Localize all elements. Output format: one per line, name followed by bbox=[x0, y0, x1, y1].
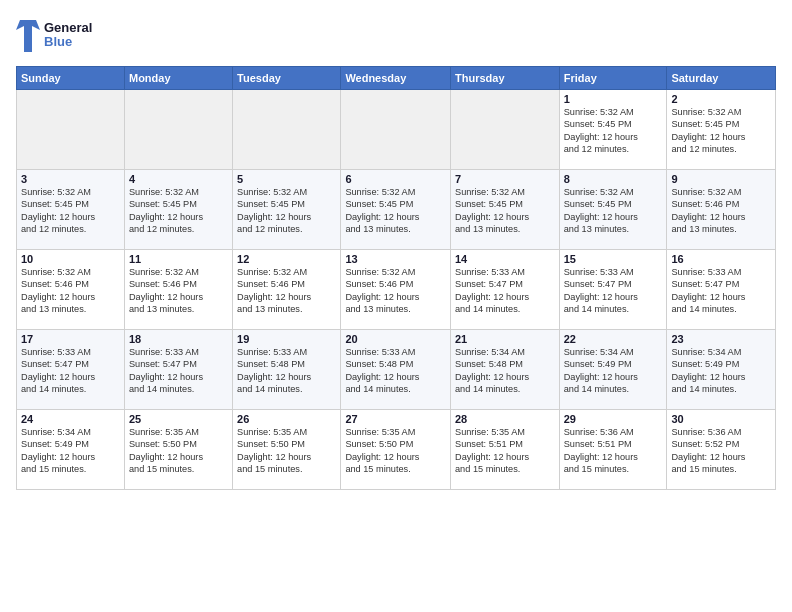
day-info: Sunrise: 5:32 AM Sunset: 5:45 PM Dayligh… bbox=[455, 186, 555, 236]
day-info: Sunrise: 5:35 AM Sunset: 5:50 PM Dayligh… bbox=[237, 426, 336, 476]
day-number: 10 bbox=[21, 253, 120, 265]
calendar-week-row: 1Sunrise: 5:32 AM Sunset: 5:45 PM Daylig… bbox=[17, 90, 776, 170]
calendar-week-row: 10Sunrise: 5:32 AM Sunset: 5:46 PM Dayli… bbox=[17, 250, 776, 330]
day-number: 17 bbox=[21, 333, 120, 345]
day-info: Sunrise: 5:32 AM Sunset: 5:45 PM Dayligh… bbox=[345, 186, 446, 236]
day-number: 1 bbox=[564, 93, 663, 105]
calendar-cell: 30Sunrise: 5:36 AM Sunset: 5:52 PM Dayli… bbox=[667, 410, 776, 490]
calendar-cell: 28Sunrise: 5:35 AM Sunset: 5:51 PM Dayli… bbox=[451, 410, 560, 490]
calendar-cell: 2Sunrise: 5:32 AM Sunset: 5:45 PM Daylig… bbox=[667, 90, 776, 170]
day-number: 15 bbox=[564, 253, 663, 265]
day-number: 5 bbox=[237, 173, 336, 185]
day-info: Sunrise: 5:34 AM Sunset: 5:48 PM Dayligh… bbox=[455, 346, 555, 396]
calendar-cell: 6Sunrise: 5:32 AM Sunset: 5:45 PM Daylig… bbox=[341, 170, 451, 250]
day-number: 27 bbox=[345, 413, 446, 425]
day-info: Sunrise: 5:32 AM Sunset: 5:45 PM Dayligh… bbox=[129, 186, 228, 236]
day-info: Sunrise: 5:32 AM Sunset: 5:46 PM Dayligh… bbox=[237, 266, 336, 316]
day-info: Sunrise: 5:32 AM Sunset: 5:45 PM Dayligh… bbox=[237, 186, 336, 236]
day-number: 3 bbox=[21, 173, 120, 185]
day-info: Sunrise: 5:33 AM Sunset: 5:47 PM Dayligh… bbox=[129, 346, 228, 396]
calendar-cell: 21Sunrise: 5:34 AM Sunset: 5:48 PM Dayli… bbox=[451, 330, 560, 410]
day-info: Sunrise: 5:32 AM Sunset: 5:45 PM Dayligh… bbox=[671, 106, 771, 156]
calendar-cell: 22Sunrise: 5:34 AM Sunset: 5:49 PM Dayli… bbox=[559, 330, 667, 410]
day-info: Sunrise: 5:36 AM Sunset: 5:52 PM Dayligh… bbox=[671, 426, 771, 476]
calendar-cell: 12Sunrise: 5:32 AM Sunset: 5:46 PM Dayli… bbox=[233, 250, 341, 330]
day-number: 22 bbox=[564, 333, 663, 345]
day-number: 19 bbox=[237, 333, 336, 345]
calendar-cell: 9Sunrise: 5:32 AM Sunset: 5:46 PM Daylig… bbox=[667, 170, 776, 250]
day-header: Tuesday bbox=[233, 67, 341, 90]
page: General Blue SundayMondayTuesdayWednesda… bbox=[0, 0, 792, 612]
header: General Blue bbox=[16, 16, 776, 56]
calendar-cell bbox=[124, 90, 232, 170]
day-number: 9 bbox=[671, 173, 771, 185]
day-info: Sunrise: 5:35 AM Sunset: 5:50 PM Dayligh… bbox=[129, 426, 228, 476]
day-info: Sunrise: 5:32 AM Sunset: 5:46 PM Dayligh… bbox=[21, 266, 120, 316]
calendar-cell: 19Sunrise: 5:33 AM Sunset: 5:48 PM Dayli… bbox=[233, 330, 341, 410]
day-number: 18 bbox=[129, 333, 228, 345]
day-number: 11 bbox=[129, 253, 228, 265]
day-info: Sunrise: 5:32 AM Sunset: 5:45 PM Dayligh… bbox=[21, 186, 120, 236]
day-info: Sunrise: 5:32 AM Sunset: 5:45 PM Dayligh… bbox=[564, 186, 663, 236]
day-number: 6 bbox=[345, 173, 446, 185]
day-number: 30 bbox=[671, 413, 771, 425]
day-number: 26 bbox=[237, 413, 336, 425]
day-number: 23 bbox=[671, 333, 771, 345]
day-number: 21 bbox=[455, 333, 555, 345]
day-header: Monday bbox=[124, 67, 232, 90]
day-info: Sunrise: 5:35 AM Sunset: 5:50 PM Dayligh… bbox=[345, 426, 446, 476]
day-header: Sunday bbox=[17, 67, 125, 90]
calendar-cell: 13Sunrise: 5:32 AM Sunset: 5:46 PM Dayli… bbox=[341, 250, 451, 330]
day-number: 8 bbox=[564, 173, 663, 185]
calendar-cell: 27Sunrise: 5:35 AM Sunset: 5:50 PM Dayli… bbox=[341, 410, 451, 490]
day-info: Sunrise: 5:33 AM Sunset: 5:48 PM Dayligh… bbox=[345, 346, 446, 396]
svg-text:General: General bbox=[44, 20, 92, 35]
calendar-cell: 15Sunrise: 5:33 AM Sunset: 5:47 PM Dayli… bbox=[559, 250, 667, 330]
day-info: Sunrise: 5:33 AM Sunset: 5:47 PM Dayligh… bbox=[455, 266, 555, 316]
day-info: Sunrise: 5:33 AM Sunset: 5:47 PM Dayligh… bbox=[21, 346, 120, 396]
calendar-cell: 26Sunrise: 5:35 AM Sunset: 5:50 PM Dayli… bbox=[233, 410, 341, 490]
calendar-cell bbox=[341, 90, 451, 170]
calendar-cell: 16Sunrise: 5:33 AM Sunset: 5:47 PM Dayli… bbox=[667, 250, 776, 330]
day-header: Thursday bbox=[451, 67, 560, 90]
day-info: Sunrise: 5:34 AM Sunset: 5:49 PM Dayligh… bbox=[671, 346, 771, 396]
day-number: 20 bbox=[345, 333, 446, 345]
calendar-cell bbox=[451, 90, 560, 170]
day-info: Sunrise: 5:32 AM Sunset: 5:46 PM Dayligh… bbox=[671, 186, 771, 236]
logo: General Blue bbox=[16, 16, 106, 56]
day-header: Wednesday bbox=[341, 67, 451, 90]
calendar-cell: 20Sunrise: 5:33 AM Sunset: 5:48 PM Dayli… bbox=[341, 330, 451, 410]
calendar-week-row: 24Sunrise: 5:34 AM Sunset: 5:49 PM Dayli… bbox=[17, 410, 776, 490]
calendar-cell: 7Sunrise: 5:32 AM Sunset: 5:45 PM Daylig… bbox=[451, 170, 560, 250]
calendar-cell: 5Sunrise: 5:32 AM Sunset: 5:45 PM Daylig… bbox=[233, 170, 341, 250]
calendar-cell: 23Sunrise: 5:34 AM Sunset: 5:49 PM Dayli… bbox=[667, 330, 776, 410]
day-info: Sunrise: 5:33 AM Sunset: 5:47 PM Dayligh… bbox=[671, 266, 771, 316]
day-number: 29 bbox=[564, 413, 663, 425]
day-info: Sunrise: 5:33 AM Sunset: 5:48 PM Dayligh… bbox=[237, 346, 336, 396]
day-info: Sunrise: 5:35 AM Sunset: 5:51 PM Dayligh… bbox=[455, 426, 555, 476]
calendar-cell: 29Sunrise: 5:36 AM Sunset: 5:51 PM Dayli… bbox=[559, 410, 667, 490]
calendar-cell: 14Sunrise: 5:33 AM Sunset: 5:47 PM Dayli… bbox=[451, 250, 560, 330]
calendar-header-row: SundayMondayTuesdayWednesdayThursdayFrid… bbox=[17, 67, 776, 90]
calendar-cell: 3Sunrise: 5:32 AM Sunset: 5:45 PM Daylig… bbox=[17, 170, 125, 250]
logo-svg: General Blue bbox=[16, 16, 106, 56]
day-number: 25 bbox=[129, 413, 228, 425]
day-number: 14 bbox=[455, 253, 555, 265]
day-info: Sunrise: 5:33 AM Sunset: 5:47 PM Dayligh… bbox=[564, 266, 663, 316]
day-info: Sunrise: 5:34 AM Sunset: 5:49 PM Dayligh… bbox=[21, 426, 120, 476]
calendar-cell bbox=[17, 90, 125, 170]
day-info: Sunrise: 5:36 AM Sunset: 5:51 PM Dayligh… bbox=[564, 426, 663, 476]
day-header: Saturday bbox=[667, 67, 776, 90]
day-info: Sunrise: 5:32 AM Sunset: 5:46 PM Dayligh… bbox=[129, 266, 228, 316]
calendar-cell: 4Sunrise: 5:32 AM Sunset: 5:45 PM Daylig… bbox=[124, 170, 232, 250]
day-number: 4 bbox=[129, 173, 228, 185]
day-number: 12 bbox=[237, 253, 336, 265]
day-number: 24 bbox=[21, 413, 120, 425]
day-number: 28 bbox=[455, 413, 555, 425]
calendar-cell: 18Sunrise: 5:33 AM Sunset: 5:47 PM Dayli… bbox=[124, 330, 232, 410]
day-info: Sunrise: 5:34 AM Sunset: 5:49 PM Dayligh… bbox=[564, 346, 663, 396]
calendar-week-row: 17Sunrise: 5:33 AM Sunset: 5:47 PM Dayli… bbox=[17, 330, 776, 410]
svg-text:Blue: Blue bbox=[44, 34, 72, 49]
calendar-cell bbox=[233, 90, 341, 170]
day-number: 2 bbox=[671, 93, 771, 105]
